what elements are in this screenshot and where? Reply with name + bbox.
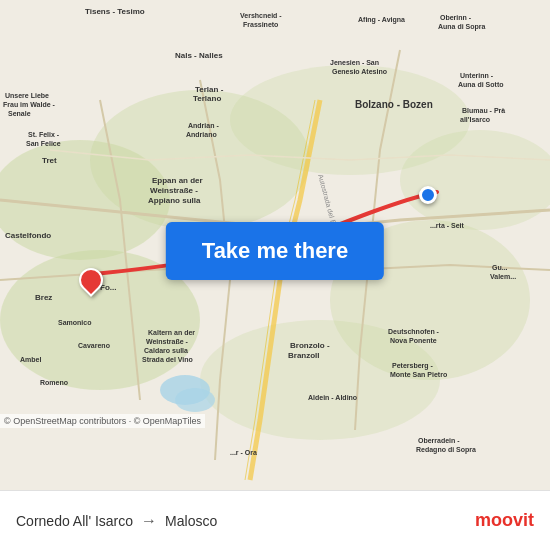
take-me-there-button[interactable]: Take me there bbox=[166, 222, 384, 280]
red-pin-marker bbox=[74, 263, 108, 297]
svg-text:Weinstraße -: Weinstraße - bbox=[146, 338, 189, 345]
svg-text:Andriano: Andriano bbox=[186, 131, 217, 138]
svg-text:Blumau - Prà: Blumau - Prà bbox=[462, 107, 505, 114]
svg-text:St. Felix -: St. Felix - bbox=[28, 131, 60, 138]
moovit-text: moovit bbox=[475, 510, 534, 531]
route-info: Cornedo All' Isarco → Malosco bbox=[16, 512, 475, 530]
blue-dot bbox=[419, 186, 437, 204]
svg-text:Deutschnofen -: Deutschnofen - bbox=[388, 328, 440, 335]
svg-text:San Felice: San Felice bbox=[26, 140, 61, 147]
bottom-bar: Cornedo All' Isarco → Malosco moovit bbox=[0, 490, 550, 550]
svg-text:Jenesien - San: Jenesien - San bbox=[330, 59, 379, 66]
origin-marker bbox=[419, 186, 437, 204]
svg-text:Weinstraße -: Weinstraße - bbox=[150, 186, 198, 195]
moovit-logo: moovit bbox=[475, 510, 534, 531]
svg-text:Redagno di Sopra: Redagno di Sopra bbox=[416, 446, 476, 454]
svg-text:Bolzano - Bozen: Bolzano - Bozen bbox=[355, 99, 433, 110]
svg-text:Bronzolo -: Bronzolo - bbox=[290, 341, 330, 350]
svg-text:...r - Ora: ...r - Ora bbox=[230, 449, 257, 456]
svg-text:Vershcneid -: Vershcneid - bbox=[240, 12, 282, 19]
svg-text:Aldein - Aldino: Aldein - Aldino bbox=[308, 394, 357, 401]
from-label: Cornedo All' Isarco bbox=[16, 513, 133, 529]
svg-text:Unterinn -: Unterinn - bbox=[460, 72, 494, 79]
svg-text:Oberradein -: Oberradein - bbox=[418, 437, 460, 444]
svg-text:Petersberg -: Petersberg - bbox=[392, 362, 434, 370]
svg-text:Valem...: Valem... bbox=[490, 273, 516, 280]
arrow-icon: → bbox=[141, 512, 157, 530]
svg-text:Auna di Sotto: Auna di Sotto bbox=[458, 81, 504, 88]
svg-text:Nals - Nalles: Nals - Nalles bbox=[175, 51, 223, 60]
svg-text:Branzoll: Branzoll bbox=[288, 351, 320, 360]
svg-text:Frassineto: Frassineto bbox=[243, 21, 278, 28]
svg-text:Terlano: Terlano bbox=[193, 94, 221, 103]
svg-text:Brez: Brez bbox=[35, 293, 52, 302]
svg-text:Nova Ponente: Nova Ponente bbox=[390, 337, 437, 344]
svg-text:Monte San Pietro: Monte San Pietro bbox=[390, 371, 447, 378]
svg-text:Ambel: Ambel bbox=[20, 356, 41, 363]
svg-text:Unsere Liebe: Unsere Liebe bbox=[5, 92, 49, 99]
svg-point-10 bbox=[175, 388, 215, 412]
svg-text:Genesio Atesino: Genesio Atesino bbox=[332, 68, 387, 75]
map-attribution: © OpenStreetMap contributors · © OpenMap… bbox=[0, 414, 205, 428]
svg-text:all'Isarco: all'Isarco bbox=[460, 116, 490, 123]
svg-text:Tisens - Tesimo: Tisens - Tesimo bbox=[85, 7, 145, 16]
svg-text:Eppan an der: Eppan an der bbox=[152, 176, 203, 185]
map-container: Autostrada del Brennero Tisens - Tesimo … bbox=[0, 0, 550, 490]
svg-text:Caldaro sulla: Caldaro sulla bbox=[144, 347, 188, 354]
svg-text:Oberinn -: Oberinn - bbox=[440, 14, 472, 21]
destination-pin bbox=[79, 268, 103, 292]
svg-text:...rta - Seit: ...rta - Seit bbox=[430, 222, 465, 229]
svg-text:Auna di Sopra: Auna di Sopra bbox=[438, 23, 486, 31]
svg-text:Romeno: Romeno bbox=[40, 379, 68, 386]
svg-text:Strada del Vino: Strada del Vino bbox=[142, 356, 193, 363]
svg-text:Andrian -: Andrian - bbox=[188, 122, 219, 129]
svg-text:Samonico: Samonico bbox=[58, 319, 91, 326]
svg-text:Frau im Walde -: Frau im Walde - bbox=[3, 101, 56, 108]
svg-text:Afing - Avigna: Afing - Avigna bbox=[358, 16, 405, 24]
svg-text:Terlan -: Terlan - bbox=[195, 85, 224, 94]
svg-text:Kaltern an der: Kaltern an der bbox=[148, 329, 195, 336]
to-label: Malosco bbox=[165, 513, 217, 529]
svg-text:Appiano sulla: Appiano sulla bbox=[148, 196, 201, 205]
svg-text:Castelfondo: Castelfondo bbox=[5, 231, 51, 240]
svg-text:Gu...: Gu... bbox=[492, 264, 508, 271]
svg-text:Senale: Senale bbox=[8, 110, 31, 117]
svg-text:Tret: Tret bbox=[42, 156, 57, 165]
svg-text:Cavareno: Cavareno bbox=[78, 342, 110, 349]
